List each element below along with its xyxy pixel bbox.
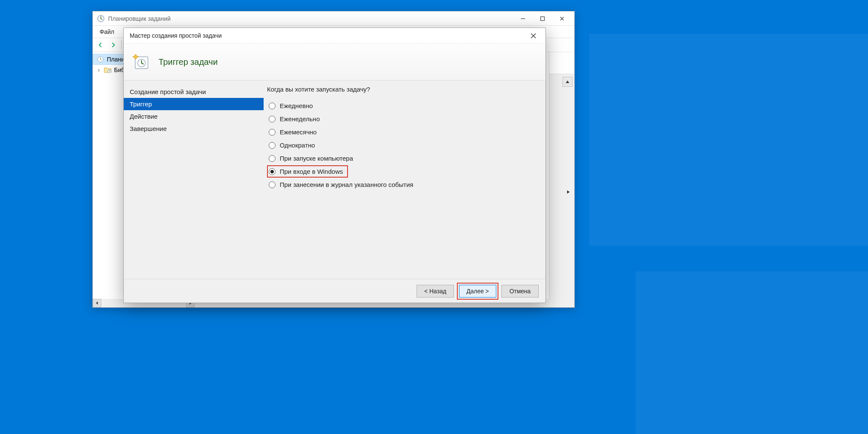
option-logon[interactable]: При входе в Windows — [267, 165, 348, 178]
option-daily-label: Ежедневно — [280, 102, 313, 109]
chevron-right-icon[interactable]: › — [96, 67, 101, 73]
option-event[interactable]: При занесении в журнал указанного событи… — [267, 178, 538, 191]
titlebar: Планировщик заданий — [93, 11, 574, 26]
menu-file[interactable]: Файл — [96, 28, 117, 36]
step-create[interactable]: Создание простой задачи — [124, 86, 264, 98]
toolbar-separator — [121, 40, 122, 50]
maximize-button[interactable] — [533, 12, 552, 25]
wizard-dialog: Мастер создания простой задачи Триггер з… — [123, 28, 546, 303]
option-daily[interactable]: Ежедневно — [267, 100, 538, 112]
option-once-label: Однократно — [280, 142, 315, 149]
actions-pane — [549, 52, 574, 307]
clock-icon — [97, 15, 105, 22]
nav-forward-button[interactable] — [107, 39, 119, 51]
radio-icon — [269, 155, 275, 162]
window-title: Планировщик заданий — [108, 15, 513, 22]
radio-icon — [269, 116, 275, 122]
wizard-body: Создание простой задачи Триггер Действие… — [124, 81, 545, 279]
option-weekly-label: Еженедельно — [280, 115, 320, 122]
minimize-button[interactable] — [513, 12, 533, 25]
step-trigger[interactable]: Триггер — [124, 98, 264, 110]
wizard-titlebar: Мастер создания простой задачи — [124, 28, 545, 43]
option-monthly[interactable]: Ежемесячно — [267, 126, 538, 138]
option-logon-label: При входе в Windows — [280, 168, 343, 175]
wizard-header: Триггер задачи — [124, 43, 545, 81]
actions-header — [549, 52, 574, 74]
option-startup-label: При запуске компьютера — [280, 155, 353, 162]
scroll-up-button[interactable] — [562, 77, 573, 87]
option-weekly[interactable]: Еженедельно — [267, 113, 538, 125]
clock-icon — [97, 56, 104, 63]
close-button[interactable] — [552, 12, 572, 25]
nav-back-button[interactable] — [95, 39, 106, 51]
radio-icon — [269, 181, 275, 188]
wizard-steps: Создание простой задачи Триггер Действие… — [124, 81, 264, 279]
step-finish[interactable]: Завершение — [124, 122, 264, 135]
option-startup[interactable]: При запуске компьютера — [267, 152, 538, 164]
back-button[interactable]: < Назад — [417, 285, 454, 298]
radio-checked-icon — [269, 168, 275, 175]
wizard-footer: < Назад Далее > Отмена — [124, 279, 545, 303]
next-button[interactable]: Далее > — [459, 285, 496, 298]
folder-clock-icon — [104, 66, 111, 74]
cancel-button[interactable]: Отмена — [501, 285, 539, 298]
wizard-close-button[interactable] — [524, 29, 542, 42]
svg-rect-1 — [541, 17, 545, 20]
step-action[interactable]: Действие — [124, 110, 264, 122]
wizard-content: Когда вы хотите запускать задачу? Ежедне… — [264, 81, 545, 279]
wizard-header-title: Триггер задачи — [159, 57, 218, 67]
option-monthly-label: Ежемесячно — [280, 128, 317, 136]
trigger-question: Когда вы хотите запускать задачу? — [267, 86, 538, 93]
wizard-title: Мастер создания простой задачи — [130, 32, 524, 39]
radio-icon — [269, 142, 275, 149]
option-event-label: При занесении в журнал указанного событи… — [280, 181, 413, 188]
option-once[interactable]: Однократно — [267, 139, 538, 151]
task-new-icon — [131, 52, 151, 72]
scroll-left-button[interactable] — [93, 299, 101, 307]
radio-icon — [269, 103, 275, 109]
expand-arrow-icon[interactable] — [564, 188, 573, 196]
radio-icon — [269, 129, 275, 136]
